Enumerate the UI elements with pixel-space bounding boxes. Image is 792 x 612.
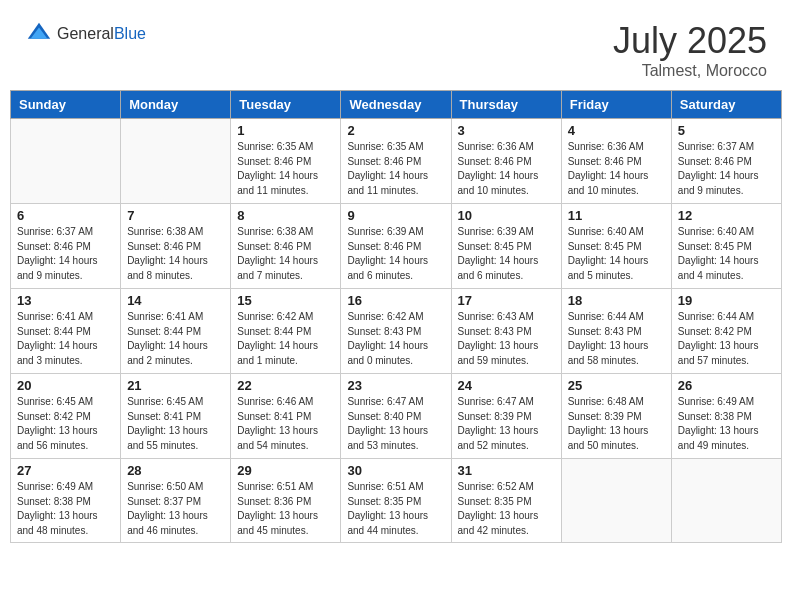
- calendar-day-cell: 22Sunrise: 6:46 AMSunset: 8:41 PMDayligh…: [231, 374, 341, 459]
- calendar-day-cell: 27Sunrise: 6:49 AMSunset: 8:38 PMDayligh…: [11, 459, 121, 543]
- day-number: 23: [347, 378, 444, 393]
- calendar-day-cell: 8Sunrise: 6:38 AMSunset: 8:46 PMDaylight…: [231, 204, 341, 289]
- day-number: 28: [127, 463, 224, 478]
- day-number: 17: [458, 293, 555, 308]
- day-number: 6: [17, 208, 114, 223]
- calendar-day-cell: 28Sunrise: 6:50 AMSunset: 8:37 PMDayligh…: [121, 459, 231, 543]
- calendar-week-5: 27Sunrise: 6:49 AMSunset: 8:38 PMDayligh…: [11, 459, 782, 543]
- calendar-day-cell: 14Sunrise: 6:41 AMSunset: 8:44 PMDayligh…: [121, 289, 231, 374]
- title-block: July 2025 Talmest, Morocco: [613, 20, 767, 80]
- day-number: 15: [237, 293, 334, 308]
- calendar-day-cell: [121, 119, 231, 204]
- day-number: 18: [568, 293, 665, 308]
- weekday-header-row: SundayMondayTuesdayWednesdayThursdayFrid…: [11, 91, 782, 119]
- day-number: 31: [458, 463, 555, 478]
- weekday-header-saturday: Saturday: [671, 91, 781, 119]
- calendar-day-cell: 30Sunrise: 6:51 AMSunset: 8:35 PMDayligh…: [341, 459, 451, 543]
- calendar-day-cell: 21Sunrise: 6:45 AMSunset: 8:41 PMDayligh…: [121, 374, 231, 459]
- day-info: Sunrise: 6:35 AMSunset: 8:46 PMDaylight:…: [237, 140, 334, 198]
- calendar-day-cell: 12Sunrise: 6:40 AMSunset: 8:45 PMDayligh…: [671, 204, 781, 289]
- calendar-day-cell: 3Sunrise: 6:36 AMSunset: 8:46 PMDaylight…: [451, 119, 561, 204]
- day-info: Sunrise: 6:37 AMSunset: 8:46 PMDaylight:…: [17, 225, 114, 283]
- day-number: 14: [127, 293, 224, 308]
- day-number: 26: [678, 378, 775, 393]
- day-number: 30: [347, 463, 444, 478]
- day-info: Sunrise: 6:36 AMSunset: 8:46 PMDaylight:…: [458, 140, 555, 198]
- day-info: Sunrise: 6:40 AMSunset: 8:45 PMDaylight:…: [568, 225, 665, 283]
- calendar-day-cell: 17Sunrise: 6:43 AMSunset: 8:43 PMDayligh…: [451, 289, 561, 374]
- day-info: Sunrise: 6:41 AMSunset: 8:44 PMDaylight:…: [127, 310, 224, 368]
- day-info: Sunrise: 6:39 AMSunset: 8:45 PMDaylight:…: [458, 225, 555, 283]
- logo-general-text: General: [57, 25, 114, 42]
- day-info: Sunrise: 6:47 AMSunset: 8:39 PMDaylight:…: [458, 395, 555, 453]
- day-info: Sunrise: 6:51 AMSunset: 8:36 PMDaylight:…: [237, 480, 334, 538]
- day-info: Sunrise: 6:38 AMSunset: 8:46 PMDaylight:…: [237, 225, 334, 283]
- calendar-day-cell: [11, 119, 121, 204]
- day-number: 7: [127, 208, 224, 223]
- day-number: 22: [237, 378, 334, 393]
- day-number: 11: [568, 208, 665, 223]
- calendar-day-cell: 15Sunrise: 6:42 AMSunset: 8:44 PMDayligh…: [231, 289, 341, 374]
- day-info: Sunrise: 6:35 AMSunset: 8:46 PMDaylight:…: [347, 140, 444, 198]
- calendar-day-cell: 24Sunrise: 6:47 AMSunset: 8:39 PMDayligh…: [451, 374, 561, 459]
- day-info: Sunrise: 6:41 AMSunset: 8:44 PMDaylight:…: [17, 310, 114, 368]
- day-number: 4: [568, 123, 665, 138]
- day-number: 20: [17, 378, 114, 393]
- day-number: 8: [237, 208, 334, 223]
- weekday-header-thursday: Thursday: [451, 91, 561, 119]
- day-number: 2: [347, 123, 444, 138]
- day-number: 29: [237, 463, 334, 478]
- weekday-header-wednesday: Wednesday: [341, 91, 451, 119]
- day-number: 10: [458, 208, 555, 223]
- day-number: 27: [17, 463, 114, 478]
- calendar-day-cell: [561, 459, 671, 543]
- weekday-header-tuesday: Tuesday: [231, 91, 341, 119]
- month-title: July 2025: [613, 20, 767, 62]
- calendar-day-cell: 10Sunrise: 6:39 AMSunset: 8:45 PMDayligh…: [451, 204, 561, 289]
- day-number: 24: [458, 378, 555, 393]
- day-info: Sunrise: 6:42 AMSunset: 8:43 PMDaylight:…: [347, 310, 444, 368]
- calendar-week-2: 6Sunrise: 6:37 AMSunset: 8:46 PMDaylight…: [11, 204, 782, 289]
- weekday-header-monday: Monday: [121, 91, 231, 119]
- calendar-day-cell: 18Sunrise: 6:44 AMSunset: 8:43 PMDayligh…: [561, 289, 671, 374]
- day-info: Sunrise: 6:47 AMSunset: 8:40 PMDaylight:…: [347, 395, 444, 453]
- logo-text: GeneralBlue: [57, 25, 146, 43]
- day-info: Sunrise: 6:44 AMSunset: 8:43 PMDaylight:…: [568, 310, 665, 368]
- calendar-day-cell: 2Sunrise: 6:35 AMSunset: 8:46 PMDaylight…: [341, 119, 451, 204]
- day-info: Sunrise: 6:43 AMSunset: 8:43 PMDaylight:…: [458, 310, 555, 368]
- day-number: 3: [458, 123, 555, 138]
- day-info: Sunrise: 6:42 AMSunset: 8:44 PMDaylight:…: [237, 310, 334, 368]
- calendar-day-cell: 1Sunrise: 6:35 AMSunset: 8:46 PMDaylight…: [231, 119, 341, 204]
- day-info: Sunrise: 6:39 AMSunset: 8:46 PMDaylight:…: [347, 225, 444, 283]
- calendar-day-cell: 23Sunrise: 6:47 AMSunset: 8:40 PMDayligh…: [341, 374, 451, 459]
- weekday-header-sunday: Sunday: [11, 91, 121, 119]
- day-info: Sunrise: 6:44 AMSunset: 8:42 PMDaylight:…: [678, 310, 775, 368]
- day-info: Sunrise: 6:52 AMSunset: 8:35 PMDaylight:…: [458, 480, 555, 538]
- day-info: Sunrise: 6:36 AMSunset: 8:46 PMDaylight:…: [568, 140, 665, 198]
- page-header: GeneralBlue July 2025 Talmest, Morocco: [10, 10, 782, 85]
- calendar-day-cell: 19Sunrise: 6:44 AMSunset: 8:42 PMDayligh…: [671, 289, 781, 374]
- day-number: 1: [237, 123, 334, 138]
- calendar-day-cell: 25Sunrise: 6:48 AMSunset: 8:39 PMDayligh…: [561, 374, 671, 459]
- calendar-day-cell: 11Sunrise: 6:40 AMSunset: 8:45 PMDayligh…: [561, 204, 671, 289]
- day-info: Sunrise: 6:48 AMSunset: 8:39 PMDaylight:…: [568, 395, 665, 453]
- calendar-day-cell: 13Sunrise: 6:41 AMSunset: 8:44 PMDayligh…: [11, 289, 121, 374]
- day-number: 9: [347, 208, 444, 223]
- day-info: Sunrise: 6:49 AMSunset: 8:38 PMDaylight:…: [678, 395, 775, 453]
- calendar-day-cell: [671, 459, 781, 543]
- day-info: Sunrise: 6:40 AMSunset: 8:45 PMDaylight:…: [678, 225, 775, 283]
- calendar-day-cell: 29Sunrise: 6:51 AMSunset: 8:36 PMDayligh…: [231, 459, 341, 543]
- calendar-week-1: 1Sunrise: 6:35 AMSunset: 8:46 PMDaylight…: [11, 119, 782, 204]
- calendar-day-cell: 4Sunrise: 6:36 AMSunset: 8:46 PMDaylight…: [561, 119, 671, 204]
- day-info: Sunrise: 6:45 AMSunset: 8:42 PMDaylight:…: [17, 395, 114, 453]
- logo: GeneralBlue: [25, 20, 146, 48]
- day-info: Sunrise: 6:45 AMSunset: 8:41 PMDaylight:…: [127, 395, 224, 453]
- day-info: Sunrise: 6:49 AMSunset: 8:38 PMDaylight:…: [17, 480, 114, 538]
- logo-icon: [25, 20, 53, 48]
- day-number: 16: [347, 293, 444, 308]
- calendar-day-cell: 26Sunrise: 6:49 AMSunset: 8:38 PMDayligh…: [671, 374, 781, 459]
- calendar-day-cell: 20Sunrise: 6:45 AMSunset: 8:42 PMDayligh…: [11, 374, 121, 459]
- day-info: Sunrise: 6:37 AMSunset: 8:46 PMDaylight:…: [678, 140, 775, 198]
- day-number: 13: [17, 293, 114, 308]
- weekday-header-friday: Friday: [561, 91, 671, 119]
